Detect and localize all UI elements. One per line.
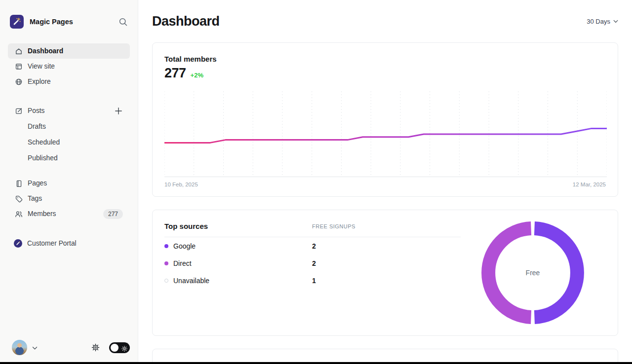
members-line-chart — [164, 91, 607, 177]
toggle-knob — [111, 344, 118, 352]
sidebar-item-published[interactable]: Published — [8, 150, 130, 166]
source-value: 2 — [312, 259, 461, 267]
members-chart-area: 10 Feb, 2025 12 Mar, 2025 — [164, 91, 606, 187]
sources-donut: Free — [481, 221, 584, 324]
sun-icon — [121, 345, 127, 351]
source-dot — [164, 244, 168, 248]
magic-wand-icon — [12, 17, 21, 26]
sidebar-item-label: Tags — [28, 195, 42, 202]
customer-portal-icon — [14, 239, 22, 248]
site-name: Magic Pages — [30, 18, 118, 26]
main-content: Dashboard 30 Days Total members 277 +2% … — [138, 0, 632, 364]
sources-card-title: Top sources — [164, 222, 312, 230]
sidebar-item-label: View site — [28, 63, 55, 70]
settings-gear-icon[interactable] — [91, 343, 100, 352]
sidebar-item-members[interactable]: Members 277 — [8, 206, 130, 221]
site-logo[interactable] — [10, 15, 24, 29]
members-count-badge: 277 — [103, 209, 123, 219]
sidebar-item-tags[interactable]: Tags — [8, 191, 130, 206]
sidebar-footer — [8, 340, 130, 355]
home-icon — [15, 47, 23, 55]
source-value: 1 — [312, 277, 461, 285]
date-range-label: 30 Days — [587, 18, 610, 25]
sidebar-header: Magic Pages — [8, 0, 130, 29]
sidebar-item-posts[interactable]: Posts — [8, 103, 130, 118]
sidebar-item-label: Customer Portal — [27, 240, 77, 247]
tag-icon — [15, 195, 23, 203]
chart-start-date: 10 Feb, 2025 — [164, 182, 198, 187]
add-post-button[interactable] — [114, 107, 123, 115]
members-delta: +2% — [191, 72, 203, 79]
sidebar-item-scheduled[interactable]: Scheduled — [8, 134, 130, 150]
users-icon — [15, 210, 23, 218]
window-bottom-edge — [0, 362, 632, 364]
page-title: Dashboard — [152, 14, 220, 29]
date-range-dropdown[interactable]: 30 Days — [587, 18, 618, 25]
sidebar-item-label: Posts — [28, 107, 45, 114]
sidebar-item-label: Scheduled — [28, 139, 60, 146]
sidebar-item-label: Dashboard — [28, 47, 63, 55]
sidebar-item-label: Pages — [28, 180, 47, 187]
sidebar-item-label: Members — [28, 210, 56, 218]
members-count: 277 — [164, 66, 186, 81]
browser-icon — [15, 63, 23, 71]
main-header: Dashboard 30 Days — [152, 0, 618, 30]
members-card-title: Total members — [164, 55, 606, 63]
source-dot — [164, 279, 168, 283]
source-row-google[interactable]: Google 2 — [164, 237, 461, 255]
chevron-down-icon — [613, 20, 618, 23]
chevron-down-icon[interactable] — [32, 343, 38, 352]
free-signups-column-header: FREE SIGNUPS — [312, 223, 461, 229]
primary-nav: Dashboard View site Explore — [8, 43, 130, 89]
sidebar-item-label: Drafts — [28, 123, 46, 130]
top-sources-card: Top sources FREE SIGNUPS Google 2 Direct… — [152, 210, 618, 336]
sidebar-item-drafts[interactable]: Drafts — [8, 118, 130, 134]
total-members-card: Total members 277 +2% 10 Feb, 2025 12 Ma… — [152, 42, 618, 197]
sidebar-item-label: Published — [28, 154, 58, 162]
source-row-unavailable[interactable]: Unavailable 1 — [164, 272, 461, 289]
source-name: Google — [173, 242, 196, 250]
posts-nav: Posts Drafts Scheduled Published — [8, 103, 130, 166]
sidebar-item-label: Explore — [28, 78, 51, 85]
sidebar: Magic Pages Dashboard Vie — [0, 0, 138, 364]
page-icon — [15, 180, 23, 187]
sidebar-item-dashboard[interactable]: Dashboard — [8, 43, 130, 59]
source-value: 2 — [312, 242, 461, 250]
donut-center-label: Free — [481, 221, 584, 324]
sidebar-item-view-site[interactable]: View site — [8, 59, 130, 74]
content-nav: Pages Tags Members 277 — [8, 176, 130, 221]
globe-icon — [15, 78, 23, 86]
source-name: Unavailable — [173, 277, 209, 285]
sidebar-item-explore[interactable]: Explore — [8, 74, 130, 89]
edit-icon — [15, 107, 23, 115]
user-avatar[interactable] — [12, 340, 27, 355]
search-icon[interactable] — [118, 17, 128, 27]
source-dot — [164, 261, 168, 265]
sidebar-item-customer-portal[interactable]: Customer Portal — [8, 235, 130, 251]
sidebar-item-pages[interactable]: Pages — [8, 176, 130, 191]
chart-end-date: 12 Mar, 2025 — [573, 182, 606, 187]
source-row-direct[interactable]: Direct 2 — [164, 255, 461, 272]
source-name: Direct — [173, 259, 192, 267]
dark-mode-toggle[interactable] — [109, 342, 130, 353]
